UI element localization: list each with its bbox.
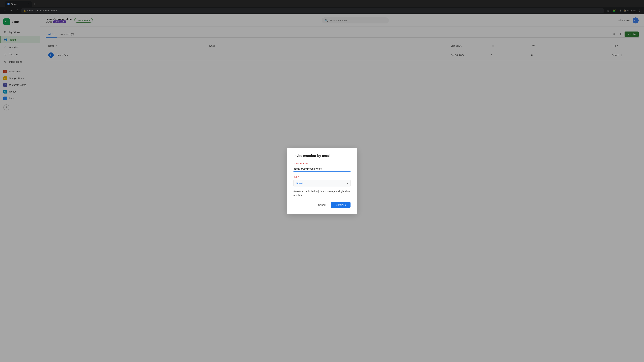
role-label: Role*: [294, 176, 350, 178]
role-select[interactable]: Guest Member Admin: [294, 180, 350, 187]
email-input[interactable]: [294, 166, 350, 172]
continue-button[interactable]: Continue: [331, 202, 350, 208]
dialog-actions: Cancel Continue: [294, 202, 350, 208]
guest-description: Guest can be invited to join and manage …: [294, 190, 350, 197]
modal-overlay[interactable]: Invite member by email Email address* Ro…: [0, 0, 644, 362]
email-field-group: Email address*: [294, 162, 350, 176]
dialog-title: Invite member by email: [294, 154, 350, 158]
role-field-group: Role* Guest Member Admin: [294, 176, 350, 187]
cancel-button[interactable]: Cancel: [315, 202, 329, 208]
invite-dialog: Invite member by email Email address* Ro…: [287, 148, 357, 214]
email-label: Email address*: [294, 162, 350, 165]
